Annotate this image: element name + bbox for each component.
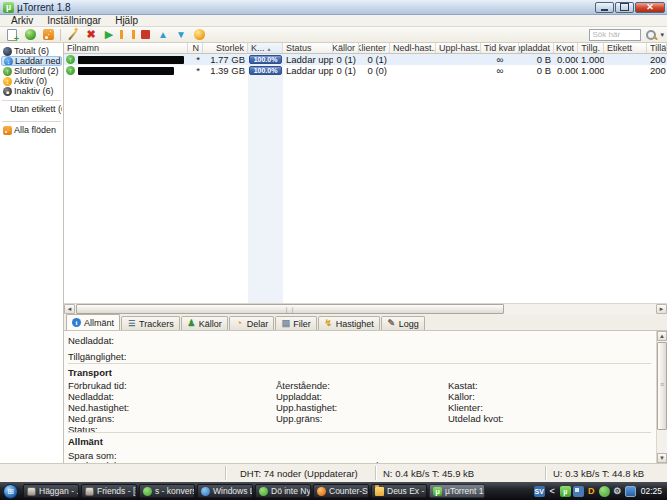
cell-added: 200 — [647, 65, 667, 76]
sidebar-item-utan-etikett[interactable]: Utan etikett (6) — [1, 104, 62, 114]
utorrent-app-icon — [3, 2, 14, 13]
pause-icon[interactable] — [119, 28, 135, 42]
menu-installningar[interactable]: Inställningar — [40, 15, 108, 26]
detail-tabs: Allmänt Trackers Källor Delar Filer Hast… — [64, 314, 667, 331]
add-url-icon[interactable] — [22, 28, 38, 42]
column-header-etikett[interactable]: Etikett — [604, 43, 647, 53]
rss-icon — [3, 126, 12, 135]
tab-allmant[interactable]: Allmänt — [66, 314, 120, 330]
column-header-storlek[interactable]: Storlek — [203, 43, 248, 53]
sidebar-item-label: Laddar ned (4) — [15, 56, 62, 66]
tab-hastighet[interactable]: Hastighet — [318, 316, 380, 330]
column-header-kvot[interactable]: Kvot — [554, 43, 578, 53]
title-bar[interactable]: µTorrent 1.8 — [0, 0, 667, 15]
column-header-tillagd[interactable]: Tillä — [647, 43, 667, 53]
cell-seeds: 0 (1) — [333, 65, 359, 76]
column-header-uppl-hast[interactable]: Uppl-hast... — [436, 43, 481, 53]
mirc-icon — [85, 487, 94, 496]
up-speed-label: Upp.hastighet: — [276, 402, 337, 413]
scrollbar-thumb[interactable] — [657, 342, 667, 430]
taskbar-button-windows-live[interactable]: Windows L... — [197, 484, 253, 498]
tab-logg[interactable]: Logg — [381, 316, 425, 330]
taskbar-button-do-inte[interactable]: Dö inte Nyf... — [255, 484, 311, 498]
cell-done: 100.0% — [248, 54, 283, 65]
column-header-kallor[interactable]: Källor — [333, 43, 359, 53]
category-sidebar: Totalt (6) Laddar ned (4) Slutförd (2) A… — [0, 43, 64, 463]
maximize-button[interactable] — [615, 2, 634, 13]
cell-size: 1.39 GB — [203, 65, 248, 76]
start-button[interactable] — [3, 484, 18, 499]
log-icon — [387, 319, 396, 328]
remove-icon[interactable] — [83, 28, 99, 42]
stop-icon[interactable] — [137, 28, 153, 42]
torrent-row[interactable]: * 1.77 GB 100.0% Laddar upp 0 (1) 0 (1) … — [64, 54, 667, 65]
utorrent-icon — [433, 487, 442, 496]
column-header-status[interactable]: Status — [283, 43, 333, 53]
display-icon[interactable] — [625, 486, 636, 497]
completed-icon — [3, 67, 12, 76]
column-header-nedl-hast[interactable]: Nedl-hast... — [390, 43, 436, 53]
column-header-filnamn[interactable]: Filnamn — [64, 43, 188, 53]
network-icon[interactable] — [573, 486, 584, 497]
cell-added: 200 — [647, 54, 667, 65]
scroll-right-icon[interactable]: ► — [656, 304, 667, 314]
tab-filer[interactable]: Filer — [275, 316, 317, 330]
rss-feeds-icon[interactable] — [40, 28, 56, 42]
taskbar-button-haggan[interactable]: Häggan - ... — [23, 484, 79, 498]
taskbar-button-deus-ex[interactable]: Deus Ex - In... — [371, 484, 427, 498]
horizontal-scrollbar[interactable]: ◄ ► — [64, 303, 667, 314]
down-limit-label: Ned.gräns: — [68, 413, 114, 424]
search-icon[interactable] — [644, 28, 658, 42]
tab-trackers[interactable]: Trackers — [121, 316, 180, 330]
sidebar-item-laddar-ned[interactable]: Laddar ned (4) — [1, 56, 62, 66]
torrent-row[interactable]: * 1.39 GB 100.0% Laddar upp 0 (1) 0 (0) … — [64, 65, 667, 76]
column-header-tid-kvar[interactable]: Tid kvar — [481, 43, 519, 53]
scroll-left-icon[interactable]: ◄ — [64, 304, 75, 314]
scroll-up-icon[interactable]: ▲ — [657, 331, 667, 341]
tab-kallor[interactable]: Källor — [181, 316, 228, 330]
add-torrent-icon[interactable] — [4, 28, 20, 42]
search-input[interactable] — [589, 29, 641, 41]
status-pane-empty — [0, 466, 225, 480]
sidebar-item-slutford[interactable]: Slutförd (2) — [1, 66, 62, 76]
column-header-tillg[interactable]: Tillg. — [578, 43, 604, 53]
close-button[interactable] — [635, 2, 665, 13]
sidebar-divider — [2, 100, 61, 101]
utorrent-tray-icon[interactable] — [560, 486, 571, 497]
create-torrent-icon[interactable] — [65, 28, 81, 42]
column-header-uppladdat[interactable]: Uppladdat — [519, 43, 554, 53]
speed-guide-icon[interactable] — [191, 28, 207, 42]
taskbar-button-friends[interactable]: Friends - [S... — [81, 484, 137, 498]
move-down-icon[interactable] — [173, 28, 189, 42]
sidebar-item-aktiv[interactable]: Aktiv (0) — [1, 76, 62, 86]
taskbar-clock[interactable]: 02:25 — [641, 486, 662, 496]
scrollbar-thumb[interactable] — [76, 304, 504, 314]
tray-collapse-icon[interactable] — [547, 486, 558, 497]
move-up-icon[interactable] — [155, 28, 171, 42]
taskbar-button-counter-strike[interactable]: Counter-St... — [313, 484, 369, 498]
peers-label: Klienter: — [448, 402, 483, 413]
minimize-button[interactable] — [595, 2, 614, 13]
vertical-scrollbar[interactable]: ▲ ▼ — [656, 331, 667, 463]
messenger-status-icon[interactable] — [599, 486, 610, 497]
sidebar-item-inaktiv[interactable]: Inaktiv (6) — [1, 86, 62, 96]
column-header-n[interactable]: N — [188, 43, 203, 53]
uploaded-label: Uppladdat: — [276, 391, 322, 402]
language-indicator[interactable]: SV — [534, 486, 545, 497]
downloaded2-label: Nedladdat: — [68, 391, 114, 402]
taskbar-button-utorrent[interactable]: µTorrent 1.8 — [429, 484, 485, 498]
menu-hjalp[interactable]: Hjälp — [108, 15, 145, 26]
search-dropdown-icon[interactable]: ▾ — [660, 31, 664, 39]
scroll-down-icon[interactable]: ▼ — [657, 453, 667, 463]
taskbar-button-konversation[interactable]: s - konvers... — [139, 484, 195, 498]
daemon-tools-icon[interactable] — [586, 486, 597, 497]
sidebar-item-totalt[interactable]: Totalt (6) — [1, 46, 62, 56]
tab-delar[interactable]: Delar — [229, 316, 275, 330]
mirc-icon — [27, 487, 36, 496]
settings-icon[interactable] — [612, 486, 623, 497]
start-icon[interactable] — [101, 28, 117, 42]
menu-arkiv[interactable]: Arkiv — [4, 15, 40, 26]
column-header-klienter[interactable]: Klienter — [359, 43, 390, 53]
sidebar-item-alla-floden[interactable]: Alla flöden — [1, 125, 62, 135]
column-header-klart[interactable]: K... — [248, 43, 283, 53]
